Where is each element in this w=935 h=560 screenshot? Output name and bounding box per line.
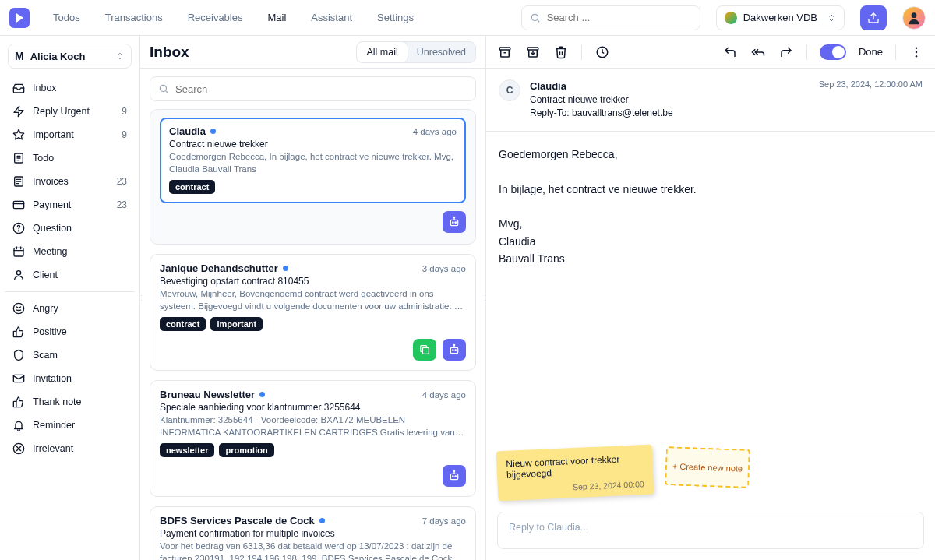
sidebar-item-label: Angry bbox=[33, 303, 58, 314]
thread-tag: contract bbox=[160, 317, 206, 331]
svg-point-1 bbox=[531, 14, 538, 20]
done-toggle[interactable] bbox=[820, 44, 846, 60]
create-note-button[interactable]: + Create new note bbox=[665, 446, 750, 488]
svg-marker-0 bbox=[16, 13, 23, 22]
thread-card[interactable]: BDFS Services Pascale de Cock7 days agoP… bbox=[150, 506, 476, 560]
svg-rect-9 bbox=[527, 48, 538, 50]
nav-mail[interactable]: Mail bbox=[267, 12, 286, 23]
thread-sender: BDFS Services Pascale de Cock bbox=[160, 515, 315, 527]
thread-card[interactable]: Claudia4 days agoContract nieuwe trekker… bbox=[150, 109, 476, 245]
sidebar-item-client[interactable]: Client bbox=[5, 263, 135, 287]
thread-sender: Bruneau Newsletter bbox=[160, 389, 255, 400]
account-logo-icon: M bbox=[15, 50, 24, 62]
thread-tag: promotion bbox=[219, 443, 273, 457]
thread-time: 7 days ago bbox=[422, 516, 466, 526]
message-subject: Contract nieuwe trekker bbox=[530, 94, 629, 105]
nav-assistant[interactable]: Assistant bbox=[311, 12, 352, 23]
global-search-input[interactable] bbox=[547, 12, 692, 23]
sidebar-item-important[interactable]: Important9 bbox=[5, 123, 135, 146]
thread-copy-button[interactable] bbox=[413, 339, 436, 361]
sidebar-item-label: Thank note bbox=[33, 396, 82, 407]
seg-all-mail[interactable]: All mail bbox=[357, 42, 407, 62]
app-logo[interactable] bbox=[9, 8, 30, 28]
svg-point-13 bbox=[916, 51, 917, 52]
message-body: Goedemorgen Rebecca, In bijlage, het con… bbox=[486, 132, 935, 282]
sidebar-item-invitation[interactable]: Invitation bbox=[5, 367, 135, 390]
thumb-icon bbox=[12, 396, 25, 408]
thread-bot-button[interactable] bbox=[443, 339, 466, 361]
thread-card[interactable]: Bruneau Newsletter4 days agoSpeciale aan… bbox=[150, 380, 476, 497]
thread-tag: contract bbox=[169, 180, 215, 194]
more-menu-button[interactable] bbox=[909, 44, 924, 60]
thread-snippet: Mevrouw, Mijnheer, Bovengenoemd contract… bbox=[160, 288, 466, 312]
sidebar-item-todo[interactable]: Todo bbox=[5, 146, 135, 170]
thread-search[interactable] bbox=[150, 76, 476, 101]
nav-settings[interactable]: Settings bbox=[377, 12, 414, 23]
thread-search-input[interactable] bbox=[175, 83, 468, 95]
archive-button[interactable] bbox=[497, 44, 513, 60]
sidebar-item-reply-urgent[interactable]: Reply Urgent9 bbox=[5, 100, 135, 123]
seg-unresolved[interactable]: Unresolved bbox=[408, 42, 475, 62]
thread-time: 3 days ago bbox=[422, 264, 466, 273]
company-switcher[interactable]: Dakwerken VDB bbox=[716, 5, 845, 30]
svg-rect-7 bbox=[499, 48, 510, 50]
shield-icon bbox=[12, 349, 25, 361]
message-timestamp: Sep 23, 2024, 12:00:00 AM bbox=[819, 79, 923, 120]
sidebar-item-meeting[interactable]: Meeting bbox=[5, 240, 135, 263]
thread-sender: Janique Dehandschutter bbox=[160, 262, 278, 274]
sidebar-item-thank-note[interactable]: Thank note bbox=[5, 390, 135, 414]
sticky-note[interactable]: Nieuw contract voor trekker bijgevoegd S… bbox=[496, 445, 654, 502]
upload-button[interactable] bbox=[860, 5, 887, 30]
thread-bot-button[interactable] bbox=[443, 211, 466, 233]
cal-icon bbox=[12, 245, 25, 258]
thread-bot-button[interactable] bbox=[443, 465, 466, 487]
nav-transactions[interactable]: Transactions bbox=[105, 12, 163, 23]
help-icon bbox=[12, 222, 25, 234]
nav-receivables[interactable]: Receivables bbox=[188, 12, 243, 23]
forward-button[interactable] bbox=[778, 44, 794, 60]
star-icon bbox=[12, 129, 25, 141]
sticky-note-date: Sep 23, 2024 00:00 bbox=[507, 479, 644, 495]
message-detail-pane: Done C Claudia Contract nieuwe trekker R… bbox=[486, 36, 935, 560]
sidebar-item-scam[interactable]: Scam bbox=[5, 343, 135, 367]
sidebar-item-count: 9 bbox=[122, 129, 127, 140]
list-filter-segment: All mail Unresolved bbox=[356, 41, 476, 63]
sidebar-item-label: Reminder bbox=[33, 420, 75, 431]
account-switcher[interactable]: M Alicia Koch bbox=[8, 44, 132, 69]
thumb-icon bbox=[12, 326, 25, 338]
sender-avatar: C bbox=[499, 79, 520, 101]
sidebar-item-label: Positive bbox=[33, 326, 67, 337]
nav-todos[interactable]: Todos bbox=[53, 12, 80, 23]
thread-time: 4 days ago bbox=[422, 390, 466, 400]
sidebar-item-angry[interactable]: Angry bbox=[5, 297, 135, 320]
sidebar-item-irrelevant[interactable]: Irrelevant bbox=[5, 437, 135, 460]
sidebar-item-question[interactable]: Question bbox=[5, 217, 135, 240]
sidebar-item-inbox[interactable]: Inbox bbox=[5, 76, 135, 100]
thread-snippet: Goedemorgen Rebecca, In bijlage, het con… bbox=[169, 151, 457, 175]
todo-icon bbox=[12, 152, 25, 164]
unread-dot-icon bbox=[283, 266, 288, 271]
reply-all-button[interactable] bbox=[750, 44, 766, 60]
snooze-button[interactable] bbox=[595, 44, 610, 60]
pane-resize-handle[interactable]: ⋮ bbox=[140, 294, 144, 302]
sidebar-item-positive[interactable]: Positive bbox=[5, 320, 135, 343]
sidebar-item-payment[interactable]: Payment23 bbox=[5, 193, 135, 217]
thread-card[interactable]: Janique Dehandschutter3 days agoBevestig… bbox=[150, 254, 476, 371]
thread-subject: Payment confirmation for multiple invoic… bbox=[160, 528, 466, 539]
global-search[interactable] bbox=[521, 5, 700, 30]
x-icon bbox=[12, 442, 25, 455]
user-avatar[interactable] bbox=[902, 6, 926, 30]
sidebar-item-invoices[interactable]: Invoices23 bbox=[5, 170, 135, 193]
undo-button[interactable] bbox=[722, 44, 738, 60]
invoice-icon bbox=[12, 175, 25, 188]
thread-time: 4 days ago bbox=[413, 127, 457, 136]
sidebar: M Alicia Koch InboxReply Urgent9Importan… bbox=[0, 36, 140, 560]
delete-button[interactable] bbox=[553, 44, 569, 60]
thread-tag: newsletter bbox=[160, 443, 214, 457]
move-button[interactable] bbox=[525, 44, 541, 60]
unread-dot-icon bbox=[210, 129, 216, 134]
sidebar-item-reminder[interactable]: Reminder bbox=[5, 414, 135, 437]
company-name: Dakwerken VDB bbox=[743, 12, 817, 23]
list-title: Inbox bbox=[150, 44, 189, 61]
reply-input[interactable]: Reply to Claudia... bbox=[497, 512, 924, 549]
